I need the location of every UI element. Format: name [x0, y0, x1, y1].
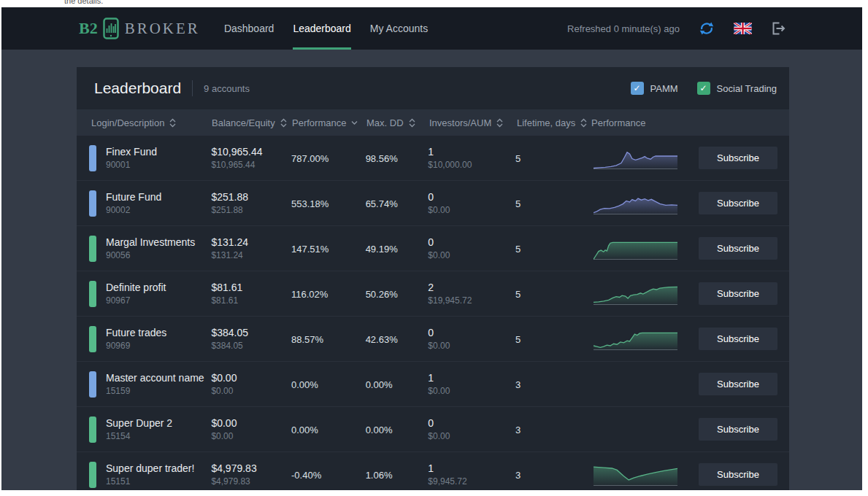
balance-value: $0.00: [211, 417, 291, 429]
col-label: Performance: [591, 117, 645, 128]
cell-login-description: Finex Fund90001: [77, 145, 211, 171]
col-login-description[interactable]: Login/Description: [77, 117, 212, 128]
table-row: Finex Fund90001$10,965.44$10,965.44787.0…: [77, 136, 789, 180]
table-row: Super duper trader!15151$4,979.83$4,979.…: [77, 452, 789, 490]
col-label: Performance: [292, 117, 346, 128]
balance-value: $4,979.83: [211, 462, 291, 474]
balance-value: $0.00: [211, 372, 291, 384]
lifetime-value: 3: [515, 425, 521, 435]
cell-balance-equity: $384.05$384.05: [211, 327, 291, 351]
col-label: Balance/Equity: [212, 117, 275, 128]
account-type-bar: [89, 462, 96, 488]
max-dd-value: 98.56%: [366, 153, 398, 164]
title-divider: [192, 80, 193, 96]
cell-investors-aum: 0$0.00: [428, 236, 515, 260]
col-performance[interactable]: Performance: [292, 117, 366, 128]
subscribe-button[interactable]: Subscribe: [699, 237, 777, 260]
cell-performance-chart: [590, 283, 699, 305]
subscribe-button[interactable]: Subscribe: [699, 328, 777, 350]
checkbox-pamm-checked[interactable]: ✓: [631, 82, 644, 95]
col-max-dd[interactable]: Max. DD: [366, 117, 429, 128]
account-login: 90001: [106, 160, 157, 170]
cell-action: Subscribe: [699, 463, 789, 486]
account-login: 15159: [106, 386, 204, 396]
cell-login-description: Definite profit90967: [77, 281, 211, 307]
cell-performance: -0.40%: [291, 468, 366, 481]
col-label: Max. DD: [366, 117, 404, 128]
subscribe-button[interactable]: Subscribe: [699, 463, 777, 486]
cell-performance-chart: [590, 193, 699, 214]
cell-lifetime: 5: [515, 242, 590, 255]
max-dd-value: 1.06%: [366, 470, 393, 481]
filter-social-trading[interactable]: ✓Social Trading: [697, 82, 777, 95]
cell-performance-chart: [590, 464, 699, 486]
cell-performance: 553.18%: [291, 197, 366, 210]
cell-action: Subscribe: [699, 373, 789, 395]
cell-performance: 787.00%: [291, 152, 366, 165]
subscribe-button[interactable]: Subscribe: [699, 192, 777, 214]
uk-flag-icon[interactable]: [734, 23, 752, 34]
panel-header: Leaderboard 9 accounts ✓PAMM✓Social Trad…: [77, 67, 789, 109]
login-description-stack: Margal Investments90056: [106, 236, 195, 260]
performance-sparkline: [594, 328, 677, 350]
equity-value: $0.00: [211, 386, 291, 396]
cell-balance-equity: $81.61$81.61: [211, 282, 291, 306]
cell-max-dd: 50.26%: [366, 287, 429, 301]
subscribe-button[interactable]: Subscribe: [699, 373, 777, 395]
lifetime-value: 5: [515, 198, 521, 209]
equity-value: $0.00: [211, 431, 291, 441]
col-label: Investors/AUM: [429, 117, 491, 128]
cell-performance: 0.00%: [291, 423, 366, 436]
subscribe-button[interactable]: Subscribe: [699, 418, 777, 441]
login-description-stack: Master account name15159: [106, 372, 204, 396]
nav-leaderboard[interactable]: Leaderboard: [293, 7, 350, 50]
cell-action: Subscribe: [699, 147, 789, 169]
lifetime-value: 3: [515, 470, 521, 481]
lifetime-value: 3: [515, 379, 521, 390]
cell-balance-equity: $251.88$251.88: [211, 191, 291, 215]
account-name: Future trades: [106, 327, 166, 338]
b2broker-logo[interactable]: B2 BROKER: [79, 18, 200, 39]
performance-sparkline: [594, 238, 677, 260]
cell-login-description: Super Duper 215154: [77, 416, 211, 443]
cell-investors-aum: 1$9,945.72: [428, 462, 515, 487]
performance-value: 147.51%: [291, 244, 329, 255]
subscribe-button[interactable]: Subscribe: [699, 147, 777, 169]
equity-value: $251.88: [211, 205, 291, 215]
aum-value: $0.00: [428, 431, 515, 441]
col-balance-equity[interactable]: Balance/Equity: [212, 117, 292, 128]
cell-lifetime: 3: [515, 468, 590, 481]
nav-my-accounts[interactable]: My Accounts: [370, 7, 428, 50]
logout-icon[interactable]: [770, 20, 786, 36]
equity-value: $81.61: [211, 295, 291, 306]
investors-count: 2: [428, 282, 515, 293]
cell-action: Subscribe: [699, 237, 789, 260]
checkbox-social-trading-checked[interactable]: ✓: [697, 82, 710, 95]
login-description-stack: Finex Fund90001: [106, 146, 157, 170]
aum-value: $9,945.72: [428, 476, 515, 487]
cell-balance-equity: $131.24$131.24: [211, 236, 291, 260]
cell-action: Subscribe: [699, 192, 789, 214]
cell-max-dd: 0.00%: [366, 423, 429, 436]
investors-count: 0: [428, 417, 515, 429]
account-name: Super Duper 2: [106, 417, 172, 429]
cell-login-description: Future Fund90002: [77, 190, 211, 217]
col-label: Login/Description: [91, 117, 164, 128]
filter-pamm[interactable]: ✓PAMM: [631, 82, 678, 95]
subscribe-button[interactable]: Subscribe: [699, 282, 777, 305]
investors-count: 1: [428, 146, 515, 158]
investors-count: 1: [428, 462, 515, 474]
refresh-icon[interactable]: [698, 20, 715, 37]
cell-investors-aum: 2$19,945.72: [428, 282, 515, 306]
sort-both-icon: [280, 118, 287, 128]
cell-performance-chart: [590, 238, 699, 260]
nav-dashboard[interactable]: Dashboard: [224, 7, 274, 50]
performance-sparkline: [594, 147, 677, 169]
performance-value: 88.57%: [291, 334, 323, 345]
col-investors-aum[interactable]: Investors/AUM: [429, 117, 517, 128]
col-lifetime-days[interactable]: Lifetime, days: [517, 117, 591, 128]
account-type-bar: [89, 236, 96, 262]
table-header: Login/DescriptionBalance/EquityPerforman…: [77, 109, 789, 136]
cell-lifetime: 5: [515, 287, 590, 301]
cell-investors-aum: 0$0.00: [428, 191, 515, 215]
